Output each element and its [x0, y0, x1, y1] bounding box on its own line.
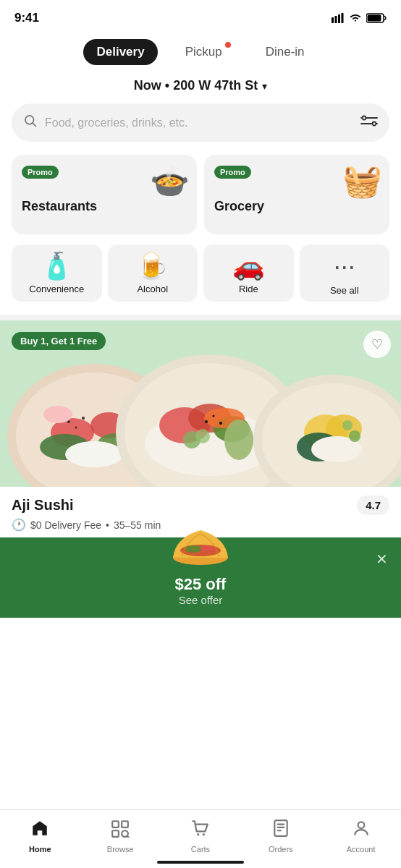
section-divider [0, 315, 401, 320]
tab-dine-in[interactable]: Dine-in [253, 39, 318, 65]
svg-rect-51 [112, 821, 119, 827]
see-all-label: See all [330, 285, 359, 296]
promo-subtitle: See offer [179, 594, 223, 606]
delivery-separator: • [106, 519, 109, 531]
restaurant-card[interactable]: Buy 1, Get 1 Free ♡ Aji Sushi 4.7 🕐 $0 D… [0, 320, 401, 537]
svg-point-62 [358, 822, 364, 828]
status-icons [332, 13, 387, 23]
svg-rect-0 [332, 17, 334, 23]
search-icon [23, 114, 38, 132]
svg-rect-5 [368, 15, 381, 22]
signal-icon [332, 13, 345, 23]
svg-rect-52 [122, 821, 128, 827]
nav-account-label: Account [347, 845, 376, 854]
restaurant-name: Aji Sushi [12, 497, 74, 514]
category-convenience[interactable]: 🧴 Convenience [12, 244, 102, 302]
nav-orders-label: Orders [269, 845, 293, 854]
nav-home-label: Home [29, 845, 51, 854]
address-text: Now • 200 W 47th St [134, 78, 258, 93]
nav-account[interactable]: Account [339, 819, 383, 854]
rating-badge: 4.7 [357, 495, 389, 515]
category-grid-large: Promo 🍲 Restaurants Promo 🧺 Grocery [0, 155, 401, 244]
promo-badge-grocery: Promo [214, 166, 251, 179]
category-grid-small: 🧴 Convenience 🍺 Alcohol 🚗 Ride ··· See a… [0, 244, 401, 315]
convenience-label: Convenience [29, 284, 84, 294]
svg-rect-1 [335, 16, 337, 23]
svg-point-56 [197, 833, 199, 835]
svg-point-34 [195, 429, 210, 443]
nav-browse-label: Browse [107, 845, 134, 854]
svg-line-7 [33, 123, 36, 127]
tab-switcher: Delivery Pickup Dine-in [0, 32, 401, 75]
svg-point-45 [349, 430, 360, 442]
svg-rect-53 [112, 830, 119, 837]
category-alcohol[interactable]: 🍺 Alcohol [108, 244, 198, 302]
svg-point-50 [200, 545, 215, 551]
orders-icon [271, 819, 290, 842]
svg-point-38 [224, 420, 253, 460]
account-icon [352, 819, 371, 842]
delivery-time: 35–55 min [114, 519, 161, 531]
address-bar[interactable]: Now • 200 W 47th St ▾ [0, 75, 401, 103]
convenience-emoji: 🧴 [41, 253, 73, 279]
category-ride[interactable]: 🚗 Ride [203, 244, 294, 302]
home-icon [30, 819, 49, 842]
home-indicator [157, 861, 244, 864]
restaurant-name-row: Aji Sushi 4.7 [12, 495, 389, 515]
taco-icon [172, 523, 229, 569]
alcohol-emoji: 🍺 [136, 253, 169, 279]
tab-pickup[interactable]: Pickup [172, 39, 238, 65]
tab-delivery[interactable]: Delivery [83, 39, 157, 65]
battery-icon [366, 13, 387, 23]
search-bar[interactable]: Food, groceries, drinks, etc. [12, 103, 389, 142]
see-all-icon: ··· [334, 253, 355, 279]
promo-title: $25 off [175, 575, 227, 594]
svg-rect-2 [338, 14, 340, 23]
bottom-nav: Home Browse Carts [0, 809, 401, 868]
svg-point-37 [219, 422, 222, 425]
svg-rect-3 [342, 13, 344, 23]
status-bar: 9:41 [0, 0, 401, 32]
nav-browse[interactable]: Browse [98, 819, 142, 854]
favorite-button[interactable]: ♡ [363, 331, 391, 358]
nav-carts-label: Carts [191, 845, 210, 854]
deal-badge: Buy 1, Get 1 Free [12, 332, 106, 350]
search-placeholder: Food, groceries, drinks, etc. [45, 116, 353, 129]
svg-point-57 [203, 833, 205, 835]
delivery-fee: $0 Delivery Fee [30, 519, 101, 531]
ride-label: Ride [239, 284, 258, 294]
restaurants-label: Restaurants [22, 199, 187, 214]
svg-point-46 [342, 420, 353, 430]
nav-carts[interactable]: Carts [179, 819, 222, 854]
wifi-icon [349, 13, 362, 23]
browse-icon [111, 819, 130, 842]
promo-banner: $25 off See offer ✕ [0, 537, 401, 618]
grocery-label: Grocery [214, 199, 379, 214]
cart-icon [191, 819, 210, 842]
restaurants-emoji: 🍲 [150, 162, 190, 200]
chevron-down-icon: ▾ [262, 80, 267, 92]
svg-line-55 [127, 836, 129, 838]
category-see-all[interactable]: ··· See all [300, 244, 390, 302]
svg-point-49 [185, 545, 202, 553]
nav-orders[interactable]: Orders [259, 819, 303, 854]
restaurant-image: Buy 1, Get 1 Free ♡ [0, 320, 401, 487]
status-time: 9:41 [14, 11, 39, 25]
filter-icon[interactable] [360, 112, 378, 133]
category-grocery[interactable]: Promo 🧺 Grocery [204, 155, 389, 234]
promo-close-button[interactable]: ✕ [376, 550, 388, 568]
svg-point-23 [75, 427, 77, 429]
svg-point-25 [43, 406, 72, 423]
svg-point-35 [205, 420, 208, 423]
category-restaurants[interactable]: Promo 🍲 Restaurants [12, 155, 197, 234]
ride-emoji: 🚗 [232, 253, 265, 279]
alcohol-label: Alcohol [137, 284, 168, 294]
svg-point-24 [82, 417, 85, 420]
pickup-dot [225, 42, 231, 48]
svg-point-36 [213, 415, 215, 417]
nav-home[interactable]: Home [18, 819, 62, 854]
promo-badge-restaurants: Promo [22, 166, 59, 179]
grocery-emoji: 🧺 [342, 162, 382, 200]
svg-point-21 [65, 441, 123, 467]
dash-pass-icon: 🕐 [12, 518, 26, 532]
